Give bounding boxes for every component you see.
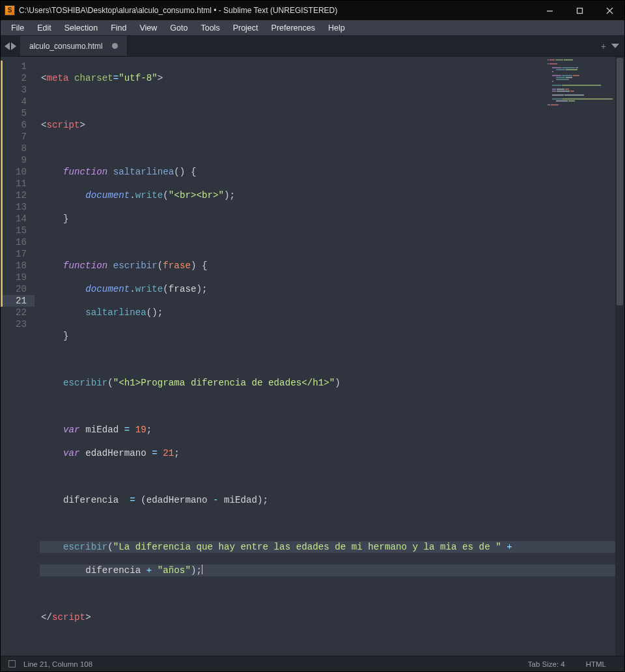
titlebar[interactable]: S C:\Users\TOSHIBA\Desktop\alura\alculo_…	[1, 1, 624, 20]
tab-history-nav	[1, 36, 20, 56]
svg-rect-1	[577, 8, 582, 13]
line-gutter: 1234 5678 9101112 13141516 17181920 21 2…	[1, 57, 35, 656]
status-tabsize[interactable]: Tab Size: 4	[518, 660, 576, 668]
window-title: C:\Users\TOSHIBA\Desktop\alura\alculo_co…	[19, 6, 535, 15]
menu-tools[interactable]: Tools	[194, 23, 226, 33]
tab-menu-icon[interactable]	[611, 44, 619, 48]
minimize-button[interactable]	[535, 1, 564, 20]
close-button[interactable]	[594, 1, 624, 20]
tabbar: alculo_consumo.html +	[1, 36, 624, 57]
status-syntax[interactable]: HTML	[576, 660, 617, 668]
tab-label: alculo_consumo.html	[29, 42, 103, 51]
app-icon: S	[5, 5, 15, 16]
dirty-indicator-icon	[112, 43, 118, 49]
code-editor[interactable]: 1234 5678 9101112 13141516 17181920 21 2…	[1, 57, 624, 656]
status-position[interactable]: Line 21, Column 108	[23, 660, 92, 668]
maximize-button[interactable]	[564, 1, 594, 20]
new-tab-button[interactable]: +	[601, 41, 606, 51]
menu-selection[interactable]: Selection	[58, 23, 104, 33]
statusbar: Line 21, Column 108 Tab Size: 4 HTML	[1, 656, 624, 671]
menu-edit[interactable]: Edit	[31, 23, 58, 33]
text-cursor	[202, 565, 202, 574]
modified-indicator	[1, 61, 3, 307]
menu-file[interactable]: File	[5, 23, 31, 33]
menu-help[interactable]: Help	[322, 23, 352, 33]
panel-toggle-icon[interactable]	[8, 660, 16, 667]
vertical-scrollbar[interactable]	[615, 57, 624, 656]
tab-prev-icon[interactable]	[5, 42, 10, 50]
menu-project[interactable]: Project	[227, 23, 265, 33]
menu-preferences[interactable]: Preferences	[265, 23, 322, 33]
minimap[interactable]	[548, 59, 615, 106]
menu-goto[interactable]: Goto	[163, 23, 194, 33]
scrollbar-thumb[interactable]	[617, 58, 623, 305]
menu-find[interactable]: Find	[104, 23, 133, 33]
tab-active[interactable]: alculo_consumo.html	[20, 36, 128, 56]
code-area[interactable]: <meta charset="utf-8"> <script> function…	[35, 57, 624, 656]
menu-view[interactable]: View	[133, 23, 163, 33]
tab-next-icon[interactable]	[11, 42, 16, 50]
menubar: File Edit Selection Find View Goto Tools…	[1, 20, 624, 36]
window: S C:\Users\TOSHIBA\Desktop\alura\alculo_…	[0, 0, 625, 672]
